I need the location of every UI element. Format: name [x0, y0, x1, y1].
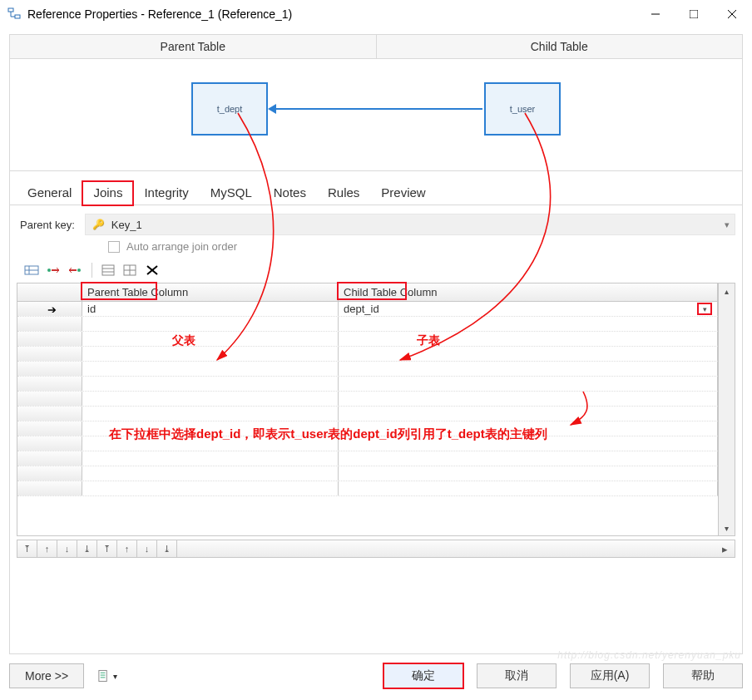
toolbar-separator [92, 263, 92, 278]
svg-rect-19 [99, 670, 106, 681]
toolbar-delete-icon[interactable] [144, 263, 161, 278]
titlebar: Reference Properties - Reference_1 (Refe… [1, 1, 751, 27]
table-row[interactable] [17, 317, 718, 332]
table-row[interactable] [17, 377, 718, 392]
diagram-area: t_dept t_user [10, 59, 742, 171]
table-row[interactable] [17, 347, 718, 362]
nav-last2[interactable]: ⤓ [157, 540, 177, 557]
ok-button[interactable]: 确定 [383, 663, 463, 688]
auto-arrange-checkbox[interactable] [108, 241, 120, 253]
watermark: http://blog.csdn.net/yerenyuan_pku [557, 649, 741, 661]
parent-key-value: Key_1 [111, 219, 142, 231]
svg-point-10 [77, 269, 81, 272]
maximize-button[interactable] [675, 1, 713, 27]
child-cell-dropdown[interactable]: ▾ [697, 303, 712, 315]
table-row[interactable] [17, 407, 718, 421]
table-row[interactable] [17, 421, 718, 436]
row-nav: ⤒ ↑ ↓ ⤓ ⤒ ↑ ↓ ⤓ ▸ [17, 540, 735, 558]
diagram-header: Parent Table Child Table [10, 35, 742, 59]
parent-table-header: Parent Table [10, 35, 377, 58]
tab-preview[interactable]: Preview [370, 181, 436, 205]
current-row-arrow-icon: ➔ [47, 303, 57, 316]
toolbar-add-icon[interactable] [45, 263, 62, 278]
nav-up[interactable]: ↑ [37, 540, 57, 557]
svg-rect-3 [690, 10, 698, 18]
toolbar-grid1-icon[interactable] [101, 263, 117, 278]
reference-arrow-line [270, 108, 482, 110]
grid-corner [17, 283, 82, 301]
row-header[interactable]: ➔ [17, 302, 82, 316]
chevron-down-icon: ▾ [725, 219, 730, 230]
scroll-down-icon[interactable]: ▾ [719, 520, 735, 535]
parent-key-combo[interactable]: 🔑 Key_1 ▾ [85, 214, 735, 235]
nav-down2[interactable]: ↓ [137, 540, 157, 557]
table-row[interactable] [17, 392, 718, 407]
join-grid-wrap: Parent Table Column Child Table Column ➔… [17, 283, 735, 536]
nav-last[interactable]: ⤓ [77, 540, 97, 557]
app-icon [7, 7, 21, 21]
table-row[interactable] [17, 332, 718, 347]
button-bar: More >> ▾ 确定 取消 应用(A) 帮助 [9, 661, 743, 691]
toolbar-insert-join-icon[interactable] [23, 263, 40, 278]
col-child-label: Child Table Column [344, 286, 438, 298]
svg-point-9 [47, 269, 51, 272]
grid-scrollbar[interactable]: ▴ ▾ [719, 283, 735, 536]
table-row[interactable]: ➔ id dept_id ▾ [17, 302, 718, 317]
table-row[interactable] [17, 451, 718, 466]
cell-child-value: dept_id [344, 303, 379, 315]
parent-table-box[interactable]: t_dept [191, 82, 268, 136]
nav-first[interactable]: ⤒ [17, 540, 37, 557]
table-row[interactable] [17, 481, 718, 496]
cell-child[interactable]: dept_id ▾ [339, 302, 718, 316]
reference-arrow-head [268, 104, 276, 114]
more-button[interactable]: More >> [9, 663, 84, 688]
tab-integrity[interactable]: Integrity [133, 181, 199, 205]
nav-up2[interactable]: ↑ [117, 540, 137, 557]
cancel-button[interactable]: 取消 [477, 663, 557, 688]
tab-notes[interactable]: Notes [263, 181, 317, 205]
child-table-header: Child Table [377, 35, 743, 58]
svg-rect-1 [15, 15, 20, 18]
tab-joins[interactable]: Joins [82, 181, 133, 205]
col-parent-label: Parent Table Column [87, 286, 188, 298]
apply-button[interactable]: 应用(A) [570, 663, 650, 688]
child-table-box[interactable]: t_user [484, 82, 561, 136]
tab-general[interactable]: General [17, 181, 82, 205]
table-row[interactable] [17, 362, 718, 377]
chevron-down-icon: ▾ [113, 672, 117, 681]
key-icon: 🔑 [92, 219, 105, 230]
tab-rules[interactable]: Rules [317, 181, 370, 205]
dialog-body: Parent Table Child Table t_dept t_user G… [9, 34, 743, 654]
nav-first2[interactable]: ⤒ [97, 540, 117, 557]
scroll-up-icon[interactable]: ▴ [719, 283, 735, 298]
nav-more-icon[interactable]: ▸ [715, 543, 735, 555]
join-grid[interactable]: Parent Table Column Child Table Column ➔… [17, 283, 719, 536]
grid-header: Parent Table Column Child Table Column [17, 283, 718, 302]
table-row[interactable] [17, 436, 718, 451]
nav-down[interactable]: ↓ [57, 540, 77, 557]
svg-rect-0 [8, 8, 13, 12]
minimize-button[interactable] [636, 1, 675, 27]
close-button[interactable] [713, 1, 751, 27]
svg-rect-11 [102, 265, 114, 275]
cell-parent[interactable]: id [82, 302, 339, 316]
auto-arrange-row: Auto arrange join order [10, 235, 742, 261]
col-child[interactable]: Child Table Column [339, 283, 718, 301]
auto-arrange-label: Auto arrange join order [126, 240, 237, 253]
parent-key-row: Parent key: 🔑 Key_1 ▾ [10, 205, 742, 235]
tabs: General Joins Integrity MySQL Notes Rule… [10, 171, 742, 205]
table-row[interactable] [17, 466, 718, 481]
parent-key-label: Parent key: [20, 219, 75, 231]
join-toolbar [10, 261, 742, 283]
help-button[interactable]: 帮助 [663, 663, 743, 688]
toolbar-grid2-icon[interactable] [122, 263, 139, 278]
window-title: Reference Properties - Reference_1 (Refe… [27, 7, 636, 21]
page-icon [97, 669, 110, 683]
options-dropdown[interactable]: ▾ [97, 663, 117, 688]
col-parent[interactable]: Parent Table Column [82, 283, 339, 301]
toolbar-remove-icon[interactable] [67, 263, 83, 278]
tab-mysql[interactable]: MySQL [200, 181, 263, 205]
